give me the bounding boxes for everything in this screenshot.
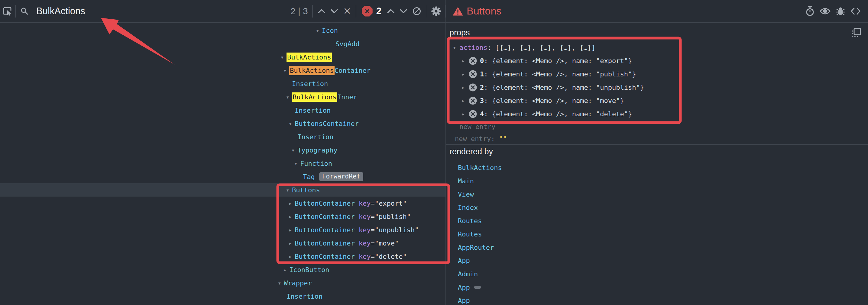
tree-row[interactable]: Insertion (0, 104, 445, 117)
expand-arrow-icon[interactable]: ▸ (283, 266, 289, 273)
rendered-by-item[interactable]: App (458, 280, 502, 294)
inspect-element-button[interactable] (0, 6, 15, 16)
tree-row[interactable]: Insertion (0, 290, 445, 303)
attr-key: key (359, 200, 371, 207)
expand-arrow-icon[interactable]: ▸ (289, 200, 295, 207)
rendered-by-item[interactable]: App (458, 254, 502, 267)
next-result-button[interactable] (328, 9, 341, 13)
suspense-toggle-button[interactable] (805, 6, 815, 16)
tree-row[interactable]: ▸ButtonContainerkey="publish" (0, 210, 445, 223)
tree-row[interactable]: ▾BulkActionsInner (0, 90, 445, 104)
delete-entry-icon[interactable] (469, 70, 477, 78)
prop-array-entry[interactable]: ▸1: {element: <Memo />, name: "publish"} (446, 67, 868, 81)
owner-name: App (458, 297, 470, 304)
delete-entry-icon[interactable] (469, 110, 477, 118)
settings-button[interactable] (427, 6, 445, 16)
inspected-element-panel: props ▾actions: [{…}, {…}, {…}, {…}, {…}… (446, 23, 868, 305)
prop-array-entry[interactable]: ▸3: {element: <Memo />, name: "move"} (446, 94, 868, 107)
expand-arrow-icon[interactable]: ▾ (291, 147, 298, 154)
expand-arrow-icon[interactable]: ▾ (286, 187, 292, 193)
rendered-by-item[interactable]: Main (458, 174, 502, 188)
copy-icon[interactable] (851, 28, 861, 38)
previous-result-button[interactable] (315, 9, 328, 13)
expand-arrow-icon[interactable]: ▸ (462, 97, 468, 104)
tree-row[interactable]: Insertion (0, 130, 445, 143)
rendered-by-item[interactable]: Admin (458, 267, 502, 280)
new-entry-row[interactable]: new entry (446, 121, 868, 133)
chevron-up-icon (318, 9, 326, 13)
search-input[interactable]: BulkActions (36, 6, 85, 16)
component-name: Function (300, 160, 332, 167)
tree-row[interactable]: ▾BulkActionsContainer (0, 64, 445, 77)
expand-arrow-icon[interactable]: ▸ (462, 57, 468, 64)
tree-row[interactable]: ▾Buttons (0, 183, 445, 197)
rendered-by-item[interactable]: BulkActions (458, 161, 502, 174)
expand-arrow-icon[interactable]: ▾ (286, 94, 292, 100)
expand-arrow-icon[interactable]: ▾ (294, 160, 300, 167)
prop-array-entry[interactable]: ▸4: {element: <Memo />, name: "delete"} (446, 107, 868, 121)
component-name: Insertion (295, 107, 331, 114)
toolbar-divider (312, 5, 313, 18)
delete-entry-icon[interactable] (469, 83, 477, 92)
expand-arrow-icon[interactable]: ▸ (289, 253, 295, 260)
expand-arrow-icon[interactable]: ▸ (289, 240, 295, 246)
expand-arrow-icon[interactable]: ▸ (289, 213, 295, 220)
view-source-button[interactable] (850, 7, 861, 15)
delete-entry-icon[interactable] (469, 57, 477, 65)
new-entry-value[interactable]: "" (499, 135, 507, 142)
tree-row[interactable]: ▸ButtonContainerkey="move" (0, 236, 445, 250)
tree-row[interactable]: ▸ButtonContainerkey="delete" (0, 250, 445, 263)
previous-error-button[interactable] (384, 9, 397, 13)
rendered-by-item[interactable]: Routes (458, 227, 502, 241)
entry-preview: {element: <Memo />, name: "export"} (492, 57, 632, 65)
tree-row[interactable]: ▾ButtonsContainer (0, 117, 445, 130)
attr-value: "unpublish" (375, 226, 419, 234)
log-component-button[interactable] (835, 6, 846, 16)
expand-arrow-icon[interactable]: ▾ (316, 27, 322, 34)
tree-row[interactable]: Insertion (0, 77, 445, 90)
chevron-up-icon (387, 9, 395, 13)
rendered-by-item[interactable]: Routes (458, 214, 502, 227)
tree-row[interactable]: ▾Icon (0, 24, 445, 37)
delete-entry-icon[interactable] (469, 97, 477, 105)
tree-row[interactable]: TagForwardRef (0, 170, 445, 183)
tree-row[interactable]: ▾Wrapper (0, 276, 445, 290)
prop-array-entry[interactable]: ▸2: {element: <Memo />, name: "unpublish… (446, 81, 868, 94)
rendered-by-item[interactable]: App (458, 294, 502, 305)
attr-key: key (359, 253, 371, 260)
component-name: ButtonContainer (295, 253, 355, 260)
expand-arrow-icon[interactable]: ▸ (462, 71, 468, 77)
error-count-badge (362, 6, 373, 16)
expand-arrow-icon[interactable]: ▸ (462, 110, 468, 117)
expand-arrow-icon[interactable]: ▾ (283, 67, 289, 74)
tree-row[interactable]: ▸ButtonContainerkey="export" (0, 197, 445, 210)
clear-search-button[interactable]: ✕ (341, 6, 354, 16)
new-entry-row[interactable]: new entry: "" (446, 133, 868, 145)
tree-row[interactable]: ▾BulkActions (0, 50, 445, 64)
component-name: Tag (303, 173, 315, 180)
tree-row[interactable]: SvgAdd (0, 37, 445, 50)
prop-row[interactable]: ▾actions: [{…}, {…}, {…}, {…}, {…}] (446, 41, 868, 54)
owner-name: View (458, 191, 474, 198)
expand-arrow-icon[interactable]: ▾ (280, 54, 286, 60)
expand-arrow-icon[interactable]: ▾ (278, 280, 284, 286)
expand-arrow-icon[interactable]: ▸ (462, 84, 468, 91)
rendered-by-item[interactable]: View (458, 188, 502, 201)
tree-row[interactable]: ▾Function (0, 157, 445, 170)
tree-row[interactable]: ▸IconButton (0, 263, 445, 276)
tree-row[interactable]: ▾Typography (0, 143, 445, 157)
rendered-by-item[interactable]: AppRouter (458, 241, 502, 254)
entry-index: 1 (480, 70, 484, 78)
section-divider (446, 144, 868, 145)
next-error-button[interactable] (397, 9, 410, 13)
expand-arrow-icon[interactable]: ▾ (453, 44, 459, 51)
inspect-dom-button[interactable] (819, 7, 831, 16)
expand-arrow-icon[interactable]: ▸ (289, 227, 295, 233)
rendered-by-item[interactable]: Index (458, 201, 502, 214)
owner-name: Main (458, 177, 474, 185)
prop-array-entry[interactable]: ▸0: {element: <Memo />, name: "export"} (446, 54, 868, 67)
expand-arrow-icon[interactable]: ▾ (289, 120, 295, 127)
component-name: Buttons (292, 186, 320, 194)
tree-row[interactable]: ▸ButtonContainerkey="unpublish" (0, 223, 445, 236)
clear-errors-button[interactable] (410, 7, 424, 16)
